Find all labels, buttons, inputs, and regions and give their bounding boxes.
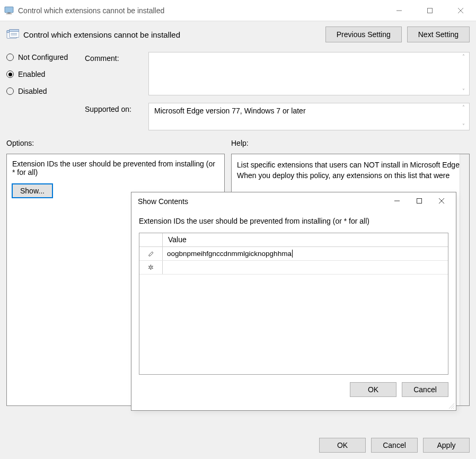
radio-icon (6, 54, 14, 61)
scroll-up-icon: ˄ (460, 54, 467, 59)
ok-button[interactable]: OK (319, 438, 366, 453)
grid-cell-value[interactable]: oogbnpmeihfgnccdnmmlgicknopghhma (163, 247, 448, 260)
comment-input[interactable]: ˄ ˅ (148, 52, 470, 95)
minimize-button[interactable] (384, 0, 415, 21)
radio-not-configured[interactable]: Not Configured (6, 53, 85, 61)
show-button[interactable]: Show... (12, 184, 52, 198)
scroll-up-icon: ˄ (460, 104, 467, 110)
previous-setting-button[interactable]: Previous Setting (325, 27, 402, 42)
apply-button[interactable]: Apply (423, 438, 470, 453)
grid-corner (139, 233, 163, 246)
radio-icon (6, 87, 14, 95)
radio-enabled[interactable]: Enabled (6, 70, 85, 78)
radio-icon (6, 70, 14, 78)
supported-on-value: Microsoft Edge version 77, Windows 7 or … (154, 107, 306, 115)
options-caption: Extension IDs the user should be prevent… (12, 160, 219, 176)
dialog-close-button[interactable] (430, 197, 453, 206)
supported-label: Supported on: (85, 103, 148, 113)
dialog-caption: Extension IDs the user should be prevent… (139, 217, 448, 225)
svg-rect-10 (10, 30, 19, 32)
svg-rect-4 (428, 8, 433, 13)
options-label: Options: (6, 139, 225, 147)
dialog-ok-button[interactable]: OK (350, 382, 396, 397)
new-row-icon: ✲ (139, 261, 163, 274)
scroll-down-icon: ˅ (460, 123, 467, 129)
radio-label: Enabled (18, 70, 45, 78)
help-text: List specific extensions that users can … (237, 161, 462, 180)
scroll-down-icon: ˅ (460, 88, 467, 94)
show-contents-dialog: Show Contents Extension IDs the user sho… (131, 192, 456, 411)
help-label: Help: (231, 139, 470, 147)
grid-column-header: Value (163, 233, 448, 246)
svg-rect-2 (6, 13, 12, 14)
dialog-cancel-button[interactable]: Cancel (402, 382, 448, 397)
radio-disabled[interactable]: Disabled (6, 87, 85, 95)
comment-label: Comment: (85, 52, 148, 63)
pencil-icon (139, 247, 163, 260)
settings-icon (6, 29, 19, 40)
svg-rect-0 (5, 6, 13, 12)
svg-rect-14 (417, 199, 422, 204)
svg-rect-1 (7, 12, 10, 13)
cancel-button[interactable]: Cancel (371, 438, 418, 453)
scrollbar[interactable] (460, 154, 469, 405)
dialog-title: Show Contents (138, 197, 386, 206)
radio-label: Not Configured (18, 53, 68, 61)
resize-grip-icon[interactable] (447, 402, 455, 409)
radio-label: Disabled (18, 87, 47, 95)
supported-on-field: Microsoft Edge version 77, Windows 7 or … (148, 103, 470, 130)
value-grid[interactable]: Value oogbnpmeihfgnccdnmmlgicknopghhma ✲ (139, 233, 448, 375)
grid-row[interactable]: oogbnpmeihfgnccdnmmlgicknopghhma (139, 247, 448, 261)
next-setting-button[interactable]: Next Setting (407, 27, 470, 42)
title-bar: Control which extensions cannot be insta… (0, 0, 476, 21)
grid-cell-value[interactable] (163, 261, 448, 274)
dialog-minimize-button[interactable] (386, 197, 408, 206)
maximize-button[interactable] (415, 0, 445, 21)
dialog-maximize-button[interactable] (408, 197, 430, 206)
policy-icon (4, 6, 14, 15)
page-title: Control which extensions cannot be insta… (23, 30, 320, 39)
close-button[interactable] (445, 0, 476, 21)
window-title: Control which extensions cannot be insta… (18, 6, 384, 15)
svg-line-19 (453, 408, 454, 409)
grid-row[interactable]: ✲ (139, 261, 448, 275)
